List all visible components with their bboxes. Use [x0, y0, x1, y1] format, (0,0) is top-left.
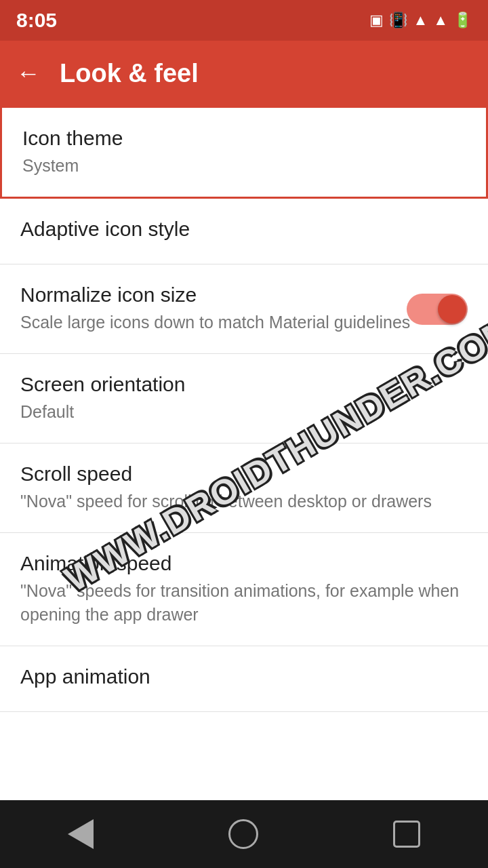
wifi-icon: ▲: [413, 12, 428, 29]
navigation-bar: [0, 800, 488, 868]
app-bar: ← Look & feel: [0, 41, 488, 106]
item-subtitle-icon-theme: System: [22, 154, 466, 178]
back-button[interactable]: ←: [16, 59, 41, 87]
item-subtitle-scroll-speed: "Nova" speed for scrolling between deskt…: [20, 490, 468, 513]
battery-icon: 🔋: [453, 12, 472, 29]
vibrate-icon: 📳: [389, 12, 407, 29]
back-nav-button[interactable]: [68, 819, 94, 849]
settings-item-app-animation[interactable]: App animation: [0, 646, 488, 712]
signal-icon: ▲: [433, 12, 448, 29]
item-title-icon-theme: Icon theme: [22, 127, 466, 150]
item-title-animation-speed: Animation speed: [20, 552, 468, 575]
status-bar: 8:05 ▣ 📳 ▲ ▲ 🔋: [0, 0, 488, 41]
item-title-app-animation: App animation: [20, 665, 468, 688]
home-nav-button[interactable]: [228, 819, 258, 849]
status-icons: ▣ 📳 ▲ ▲ 🔋: [369, 12, 472, 29]
settings-item-scroll-speed[interactable]: Scroll speed"Nova" speed for scrolling b…: [0, 443, 488, 533]
item-subtitle-normalize-icon-size: Scale large icons down to match Material…: [20, 311, 468, 334]
item-title-scroll-speed: Scroll speed: [20, 462, 468, 486]
item-subtitle-animation-speed: "Nova" speeds for transition animations,…: [20, 579, 468, 627]
settings-list: WWW.DROIDTHUNDER.COM Icon themeSystemAda…: [0, 106, 488, 800]
toggle-normalize-icon-size[interactable]: [407, 294, 468, 325]
item-title-normalize-icon-size: Normalize icon size: [20, 283, 468, 307]
status-time: 8:05: [16, 9, 57, 32]
item-title-adaptive-icon-style: Adaptive icon style: [20, 218, 468, 241]
settings-item-adaptive-icon-style[interactable]: Adaptive icon style: [0, 199, 488, 264]
settings-item-icon-theme[interactable]: Icon themeSystem: [0, 106, 488, 199]
settings-item-normalize-icon-size[interactable]: Normalize icon sizeScale large icons dow…: [0, 264, 488, 354]
settings-item-animation-speed[interactable]: Animation speed"Nova" speeds for transit…: [0, 533, 488, 646]
item-title-screen-orientation: Screen orientation: [20, 373, 468, 396]
screen-icon: ▣: [369, 12, 384, 29]
page-title: Look & feel: [60, 59, 199, 88]
recents-nav-button[interactable]: [393, 821, 420, 848]
item-subtitle-screen-orientation: Default: [20, 400, 468, 424]
settings-item-screen-orientation[interactable]: Screen orientationDefault: [0, 354, 488, 443]
